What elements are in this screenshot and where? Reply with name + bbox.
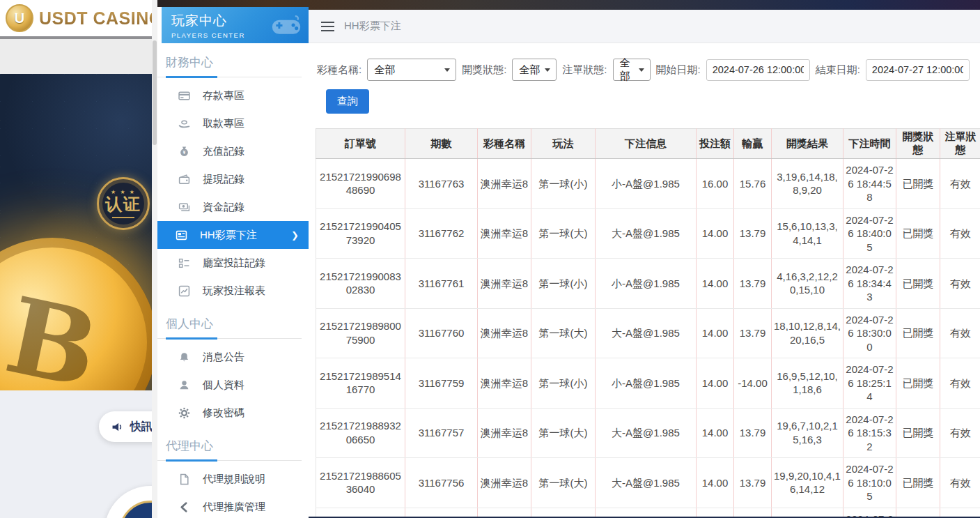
funds-icon <box>178 201 190 213</box>
table-cell: 13.79 <box>734 259 772 309</box>
table-cell: 2152172198951416770 <box>316 358 405 409</box>
table-cell: 已開獎 <box>896 208 940 259</box>
sidebar-item-withdrawal-records[interactable]: 提現記錄 <box>157 165 309 193</box>
table-cell: -14.00 <box>734 358 772 409</box>
table-cell: 2152172199008302830 <box>316 259 405 309</box>
table-cell: 14.00 <box>697 458 734 508</box>
table-row: 215217219886053604031167756澳洲幸运8第一球(大)大-… <box>316 458 980 508</box>
order-status-label: 注單狀態: <box>562 63 607 77</box>
col-bet-amount: 投注額 <box>697 129 734 159</box>
button-row: 查詢 <box>326 89 980 114</box>
table-cell: 2152172199040573920 <box>316 208 405 259</box>
user-icon <box>178 379 190 391</box>
end-date-input[interactable] <box>866 59 970 81</box>
page-title: HH彩票下注 <box>344 20 401 33</box>
table-cell: 31167763 <box>405 159 478 209</box>
sidebar-item-label: HH彩票下注 <box>200 229 257 242</box>
col-order-no: 訂單號 <box>316 129 405 159</box>
deposit-card-icon <box>178 90 190 102</box>
sidebar-section-agent: 代理中心 <box>157 438 309 454</box>
sidebar-item-room-bet-records[interactable]: 廳室投註記錄 <box>157 249 309 277</box>
background-gap <box>0 39 152 74</box>
sidebar-item-label: 修改密碼 <box>203 406 244 420</box>
sidebar-item-agent-rules[interactable]: 代理規則說明 <box>157 465 309 493</box>
withdraw-hand-icon <box>178 118 190 130</box>
col-play-type: 玩法 <box>531 129 596 159</box>
report-chart-icon <box>178 285 190 297</box>
table-cell: 已開獎 <box>896 458 940 508</box>
sidebar-item-label: 代理規則說明 <box>203 473 265 486</box>
hamburger-menu-icon[interactable] <box>321 22 334 31</box>
table-cell: 澳洲幸运8 <box>478 308 531 358</box>
table-header: 訂單號 期數 彩種名稱 玩法 下注信息 投注額 輸贏 開獎結果 下注時間 開獎狀… <box>316 129 980 159</box>
table-cell: 已開獎 <box>896 358 940 409</box>
table-cell: 2024-07-26 18:10:05 <box>843 458 896 508</box>
table-cell: 31167762 <box>405 208 478 259</box>
query-button[interactable]: 查詢 <box>326 89 369 114</box>
col-lottery-name: 彩種名稱 <box>478 129 531 159</box>
table-cell: 2024-07-26 18:25:14 <box>843 358 896 409</box>
bitcoin-hero-banner: B ★ ★ ★ 认证 <box>0 74 152 390</box>
chevron-right-icon: ❯ <box>291 230 299 241</box>
table-cell: 有效 <box>940 208 980 259</box>
chevron-down-icon <box>545 68 550 72</box>
table-cell: 31167757 <box>405 408 478 458</box>
col-draw-result: 開獎結果 <box>772 129 843 159</box>
table-cell: 18,10,12,8,14,20,16,5 <box>772 308 843 358</box>
speaker-icon <box>111 421 124 433</box>
table-cell: 有效 <box>940 159 980 209</box>
sidebar-item-funds-records[interactable]: 資金記錄 <box>157 193 309 221</box>
page: U USDT CASINO B ★ ★ ★ 认证 快訊: <box>0 0 980 518</box>
draw-status-select[interactable]: 全部 <box>512 59 557 81</box>
checklist-icon <box>178 257 190 269</box>
sidebar-item-change-password[interactable]: 修改密碼 <box>157 399 309 427</box>
scrollbar-thumb[interactable] <box>153 40 157 145</box>
table-cell: 第一球(大) <box>531 408 596 458</box>
sidebar-item-withdraw-zone[interactable]: 取款專區 <box>157 109 309 137</box>
sidebar-item-label: 提現記錄 <box>203 173 244 186</box>
sidebar-item-recharge-records[interactable]: ¥ 充值記錄 <box>157 137 309 165</box>
news-ticker[interactable]: 快訊: <box>99 411 152 442</box>
sidebar-item-agent-promotion[interactable]: 代理推廣管理 <box>157 493 309 518</box>
sidebar-item-player-bet-report[interactable]: 玩家投注報表 <box>157 277 309 305</box>
lottery-name-select[interactable]: 全部 <box>367 59 456 81</box>
start-date-input[interactable] <box>706 59 810 81</box>
table-header-row: 訂單號 期數 彩種名稱 玩法 下注信息 投注額 輸贏 開獎結果 下注時間 開獎狀… <box>316 129 980 159</box>
table-cell: 小-A盤@1.985 <box>596 159 697 209</box>
table-cell: 大-A盤@1.985 <box>596 408 697 458</box>
badge-label: 认证 <box>105 195 141 213</box>
sidebar: 玩家中心 PLAYERS CENTER 財務中心 存款專區 取款專區 ¥ 充值記… <box>157 7 309 518</box>
table-cell: 31167761 <box>405 259 478 309</box>
lottery-name-label: 彩種名稱: <box>317 63 361 77</box>
bell-icon <box>178 351 190 363</box>
badge-underline <box>112 217 134 218</box>
sidebar-item-profile[interactable]: 個人資料 <box>157 371 309 399</box>
table-cell: 第一球(小) <box>531 259 596 309</box>
sidebar-section-personal: 個人中心 <box>157 316 309 332</box>
table-cell: 有效 <box>940 259 980 309</box>
sidebar-item-hh-lottery-bets[interactable]: HH彩票下注 ❯ <box>157 221 309 249</box>
draw-status-value: 全部 <box>519 63 540 77</box>
lottery-name-value: 全部 <box>374 63 395 77</box>
table-cell: 第一球(小) <box>531 159 596 209</box>
sidebar-item-announcements[interactable]: 消息公告 <box>157 343 309 371</box>
site-logo-bar: U USDT CASINO <box>0 0 152 36</box>
table-cell: 第一球(大) <box>531 208 596 259</box>
section-divider <box>157 77 302 77</box>
table-body: 215217219906984869031167763澳洲幸运8第一球(小)小-… <box>316 159 980 518</box>
table-cell: 15,6,10,13,3,4,14,1 <box>772 208 843 259</box>
svg-text:¥: ¥ <box>183 150 186 155</box>
table-cell: 已開獎 <box>896 159 940 209</box>
table-cell: 3,19,6,14,18,8,9,20 <box>772 159 843 209</box>
page-scrollbar[interactable] <box>152 0 157 518</box>
sidebar-item-label: 存款專區 <box>203 89 244 102</box>
table-cell: 2024-07-26 18:44:58 <box>843 159 896 209</box>
sidebar-section-finance: 財務中心 <box>157 54 309 70</box>
money-bag-icon: ¥ <box>178 146 190 158</box>
certified-badge: ★ ★ ★ 认证 <box>97 177 150 230</box>
sidebar-item-deposit-zone[interactable]: 存款專區 <box>157 82 309 109</box>
lottery-list-icon <box>176 229 187 241</box>
order-status-select[interactable]: 全部 <box>613 59 651 81</box>
table-row: 215217219904057392031167762澳洲幸运8第一球(大)大-… <box>316 208 980 259</box>
floating-logo-circle[interactable] <box>104 486 152 518</box>
